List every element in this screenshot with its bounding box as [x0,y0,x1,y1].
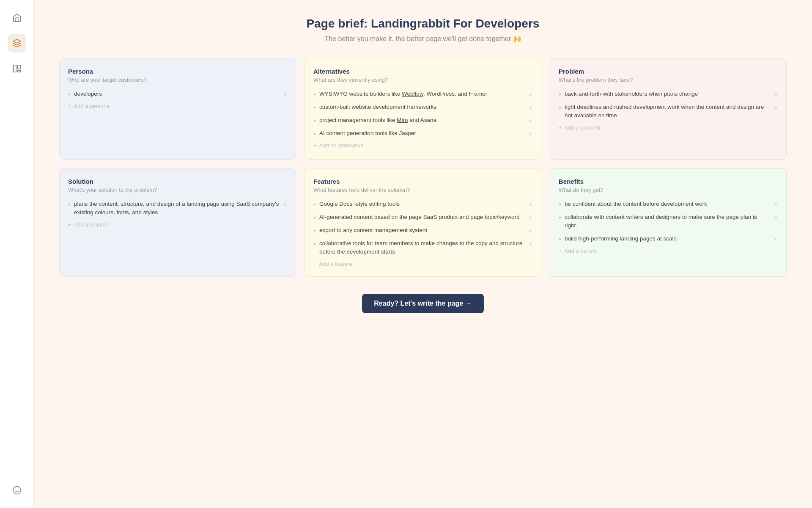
list-item: ● be confident about the content before … [559,200,778,209]
remove-icon[interactable]: ✕ [528,104,532,112]
card-problem: Problem What's the problem they face? ● … [550,58,787,160]
item-text: export to any content management system [319,226,525,235]
bullet-icon: ● [68,201,71,207]
item-text: WYSIWYG website builders like Webflow, W… [319,90,525,98]
plus-icon: + [68,221,71,228]
list-item: ● build high-performing landing pages at… [559,235,778,243]
plus-icon: + [559,124,562,131]
bullet-icon: ● [313,227,316,234]
layers-icon[interactable] [8,34,26,52]
remove-icon[interactable]: ✕ [528,201,532,209]
page-title: Page brief: Landingrabbit For Developers [59,17,787,30]
add-problem-button[interactable]: + Add a problem [559,124,778,131]
list-item: ● Google Docs -style editing tools ✕ [313,200,532,209]
svg-rect-1 [13,65,16,72]
remove-icon[interactable]: ✕ [774,214,778,222]
list-item: ● AI content generation tools like Jaspe… [313,129,532,138]
features-subtitle: What features help deliver the solution? [313,187,532,193]
problem-title: Problem [559,68,778,75]
card-features: Features What features help deliver the … [304,168,541,277]
remove-icon[interactable]: ✕ [528,214,532,222]
remove-icon[interactable]: ✕ [774,91,778,99]
bullet-icon: ● [313,104,316,110]
remove-icon[interactable]: ✕ [528,227,532,235]
remove-icon[interactable]: ✕ [774,104,778,112]
item-text: plans the content, structure, and design… [74,200,280,217]
item-text: developers [74,90,280,98]
card-persona: Persona Who are your target customers? ●… [59,58,296,160]
persona-subtitle: Who are your target customers? [68,77,287,83]
add-solution-button[interactable]: + Add a solution [68,221,287,228]
bullet-icon: ● [559,104,561,110]
remove-icon[interactable]: ✕ [283,91,287,99]
list-item: ● developers ✕ [68,90,287,99]
remove-icon[interactable]: ✕ [528,91,532,99]
item-text: project management tools like Miro and A… [319,116,525,124]
item-text: custom-built website development framewo… [319,103,525,111]
plus-icon: + [313,261,317,267]
plus-icon: + [559,248,562,254]
list-item: ● collaborative tools for team members t… [313,239,532,257]
main-content: Page brief: Landingrabbit For Developers… [34,0,812,508]
benefits-subtitle: What do they get? [559,187,778,193]
item-text: tight deadlines and rushed development w… [565,103,770,120]
list-item: ● back-and-forth with stakeholders when … [559,90,778,99]
sidebar [0,0,34,508]
bullet-icon: ● [313,130,316,137]
cta-button[interactable]: Ready? Let's write the page → [362,294,483,313]
add-alternative-button[interactable]: + Add an alternative [313,142,532,149]
solution-title: Solution [68,178,287,185]
bullet-icon: ● [313,91,316,97]
bullet-icon: ● [559,201,561,207]
svg-rect-3 [17,71,20,72]
bullet-icon: ● [559,236,561,242]
item-text: AI content generation tools like Jasper [319,129,525,138]
list-item: ● AI-generated content based on the page… [313,213,532,222]
solution-subtitle: What's your solution to the problem? [68,187,287,193]
list-item: ● custom-built website development frame… [313,103,532,112]
remove-icon[interactable]: ✕ [528,240,532,248]
item-text: collaborate with content writers and des… [565,213,770,230]
list-item: ● export to any content management syste… [313,226,532,235]
bullet-icon: ● [313,240,316,247]
remove-icon[interactable]: ✕ [528,117,532,125]
alternatives-title: Alternatives [313,68,532,75]
plus-icon: + [68,103,71,109]
bullet-icon: ● [313,117,316,124]
problem-subtitle: What's the problem they face? [559,77,778,83]
add-benefit-button[interactable]: + Add a benefit [559,248,778,254]
list-item: ● plans the content, structure, and desi… [68,200,287,217]
svg-point-4 [13,486,20,494]
features-title: Features [313,178,532,185]
template-icon[interactable] [8,59,26,78]
bullet-icon: ● [559,214,561,221]
add-persona-button[interactable]: + Add a persona [68,103,287,109]
bullet-icon: ● [313,201,316,207]
home-icon[interactable] [8,8,26,27]
remove-icon[interactable]: ✕ [774,236,778,243]
page-subtitle: The better you make it, the better page … [59,35,787,43]
remove-icon[interactable]: ✕ [528,130,532,138]
item-text: collaborative tools for team members to … [319,239,525,257]
list-item: ● WYSIWYG website builders like Webflow,… [313,90,532,99]
item-text: build high-performing landing pages at s… [565,235,770,243]
card-benefits: Benefits What do they get? ● be confiden… [550,168,787,277]
emoji-icon[interactable] [8,481,26,500]
bullet-icon: ● [313,214,316,221]
item-text: be confident about the content before de… [565,200,770,208]
remove-icon[interactable]: ✕ [774,201,778,209]
list-item: ● tight deadlines and rushed development… [559,103,778,120]
list-item: ● collaborate with content writers and d… [559,213,778,230]
plus-icon: + [313,142,317,149]
cards-grid: Persona Who are your target customers? ●… [59,58,787,277]
card-alternatives: Alternatives What are they currently usi… [304,58,541,160]
alternatives-subtitle: What are they currently using? [313,77,532,83]
item-text: AI-generated content based on the page S… [319,213,525,221]
bullet-icon: ● [68,91,71,97]
item-text: back-and-forth with stakeholders when pl… [565,90,770,98]
add-feature-button[interactable]: + Add a feature [313,261,532,267]
cta-container: Ready? Let's write the page → [59,294,787,313]
remove-icon[interactable]: ✕ [283,201,287,209]
card-solution: Solution What's your solution to the pro… [59,168,296,277]
bullet-icon: ● [559,91,561,97]
